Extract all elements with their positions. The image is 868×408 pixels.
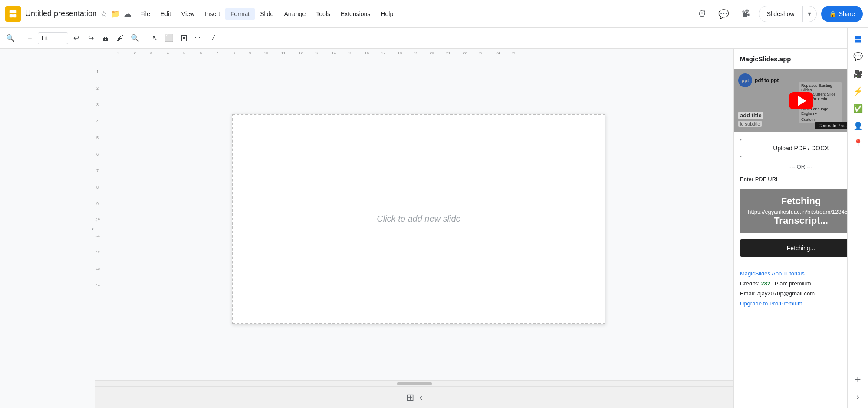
line-tool[interactable]: ∕ <box>207 31 220 45</box>
zoom-icon[interactable]: 🔍 <box>128 31 142 45</box>
menu-slide[interactable]: Slide <box>255 8 279 20</box>
plan-label: Plan: <box>775 280 788 287</box>
undo-button[interactable]: ↩ <box>69 31 83 45</box>
panel-title: MagicSlides.app <box>740 55 791 63</box>
sidebar-collapse-button[interactable]: › <box>850 389 866 405</box>
scroll-thumb-horizontal[interactable] <box>397 382 432 385</box>
slideshow-dropdown-arrow[interactable]: ▾ <box>802 6 816 22</box>
share-label: Share <box>839 10 855 17</box>
title-area: Untitled presentation ☆ 📁 ☁ <box>25 9 132 19</box>
email-value: ajay2070p@gmail.com <box>757 290 815 297</box>
menu-view[interactable]: View <box>176 8 200 20</box>
fetching-button[interactable]: Fetching... <box>740 239 862 257</box>
upload-pdf-button[interactable]: Upload PDF / DOCX <box>740 139 862 157</box>
print-button[interactable]: 🖨 <box>99 31 112 45</box>
app-logo <box>5 6 21 22</box>
video-add-subtitle: ld subtitle <box>738 121 762 127</box>
horizontal-ruler: 1 2 3 4 5 6 7 8 9 10 11 12 13 14 15 16 1 <box>104 49 733 57</box>
menu-tools[interactable]: Tools <box>311 8 335 20</box>
or-divider: --- OR --- <box>740 163 862 170</box>
toolbar-separator-2 <box>145 33 145 43</box>
email-info: Email: ajay2070p@gmail.com <box>740 290 862 297</box>
tutorials-link[interactable]: MagicSlides App Tutorials <box>740 270 862 277</box>
menu-insert[interactable]: Insert <box>200 8 225 20</box>
email-label: Email: <box>740 290 756 297</box>
panel-toggle-button[interactable]: ‹ <box>89 220 97 237</box>
comments-icon[interactable]: 💬 <box>715 5 733 23</box>
slideshow-button[interactable]: Slideshow ▾ <box>759 6 817 22</box>
zoom-input[interactable]: Fit <box>38 32 68 44</box>
svg-rect-4 <box>855 36 858 39</box>
svg-rect-3 <box>13 14 16 17</box>
bottom-thumbnail-bar: ⊞ ‹ <box>95 386 733 408</box>
panel-toggle-icon[interactable]: ‹ <box>419 392 422 403</box>
draw-tool[interactable]: 〰 <box>192 31 206 45</box>
credits-value: 282 <box>761 280 770 287</box>
toolbar: 🔍 + Fit ↩ ↪ 🖨 🖌 🔍 ↖ ⬜ 🖼 〰 ∕ ∧ <box>0 28 868 49</box>
fetching-overlay: Fetching https://egyankosh.ac.in/bitstre… <box>740 189 862 233</box>
sidebar-add-button[interactable]: + <box>850 372 866 387</box>
menu-format[interactable]: Format <box>225 8 255 20</box>
shape-tool[interactable]: ⬜ <box>162 31 176 45</box>
slide-canvas-container[interactable]: Click to add new slide <box>104 57 733 380</box>
pdf-url-label: Enter PDF URL <box>740 176 862 182</box>
lock-icon: 🔒 <box>829 10 836 17</box>
upgrade-link[interactable]: Upgrade to Pro/Premium <box>740 300 862 307</box>
sidebar-chat-icon[interactable]: 💬 <box>850 49 866 64</box>
sidebar-video-icon[interactable]: 🎥 <box>850 66 866 82</box>
play-button[interactable] <box>789 92 813 109</box>
sidebar-contacts-icon[interactable]: 👤 <box>850 118 866 134</box>
image-tool[interactable]: 🖼 <box>177 31 191 45</box>
svg-rect-0 <box>10 10 13 13</box>
folder-icon[interactable]: 📁 <box>111 9 120 19</box>
document-title[interactable]: Untitled presentation <box>25 9 97 18</box>
vertical-ruler: 1 2 3 4 5 6 7 8 9 10 11 12 13 14 <box>95 57 104 380</box>
slide-panel <box>0 49 95 408</box>
menu-file[interactable]: File <box>135 8 155 20</box>
slide-area: 1 2 3 4 5 6 7 8 9 10 11 12 13 14 15 16 1 <box>95 49 733 408</box>
fetching-subtitle: Transcript... <box>747 215 855 226</box>
menu-help[interactable]: Help <box>375 8 398 20</box>
pdf-url-display: https://egyankosh.ac.in/bitstream/123456… <box>747 209 855 215</box>
top-bar: Untitled presentation ☆ 📁 ☁ File Edit Vi… <box>0 0 868 28</box>
select-tool[interactable]: ↖ <box>148 31 161 45</box>
redo-button[interactable]: ↪ <box>84 31 98 45</box>
svg-rect-7 <box>858 40 861 43</box>
paint-format-button[interactable]: 🖌 <box>113 31 127 45</box>
canvas-with-ruler: 1 2 3 4 5 6 7 8 9 10 11 12 13 14 <box>95 57 733 380</box>
svg-rect-1 <box>13 10 16 13</box>
main-area: ‹ 1 2 3 4 5 6 7 8 9 10 11 12 13 <box>0 49 868 408</box>
star-icon[interactable]: ☆ <box>100 9 107 19</box>
search-button[interactable]: 🔍 <box>3 31 17 45</box>
svg-rect-6 <box>855 40 858 43</box>
sidebar-tasks-icon[interactable]: ✅ <box>850 101 866 116</box>
slideshow-label[interactable]: Slideshow <box>759 6 802 22</box>
sidebar-spreadsheet-icon[interactable] <box>850 31 866 47</box>
fetching-title: Fetching <box>747 196 855 207</box>
sidebar-maps-icon[interactable]: 📍 <box>850 136 866 151</box>
present-icon[interactable]: 📽 <box>737 5 754 23</box>
svg-rect-5 <box>858 36 861 39</box>
credits-label: Credits: <box>740 280 760 287</box>
top-right-actions: ⏱ 💬 📽 Slideshow ▾ 🔒 Share <box>694 5 863 23</box>
history-icon[interactable]: ⏱ <box>694 5 711 23</box>
share-button[interactable]: 🔒 Share <box>821 6 863 22</box>
menu-arrange[interactable]: Arrange <box>279 8 311 20</box>
menu-extensions[interactable]: Extensions <box>335 8 375 20</box>
menu-edit[interactable]: Edit <box>155 8 176 20</box>
zoom-out-button[interactable]: + <box>23 31 37 45</box>
menu-bar: File Edit View Insert Format Slide Arran… <box>135 8 398 20</box>
right-sidebar: 💬 🎥 ⚡ ✅ 👤 📍 + › <box>847 28 868 408</box>
cloud-save-icon[interactable]: ☁ <box>124 9 132 19</box>
slide-placeholder-text: Click to add new slide <box>377 214 460 224</box>
slide-canvas[interactable]: Click to add new slide <box>232 114 605 324</box>
grid-view-icon[interactable]: ⊞ <box>406 392 414 403</box>
credits-info: Credits: 282 Plan: premium <box>740 280 862 287</box>
toolbar-separator-1 <box>20 33 20 43</box>
sidebar-extensions-icon[interactable]: ⚡ <box>850 83 866 99</box>
horizontal-scrollbar[interactable] <box>95 380 733 386</box>
svg-rect-2 <box>10 14 13 17</box>
video-add-title: add title <box>738 112 763 119</box>
plan-value: premium <box>789 280 811 287</box>
